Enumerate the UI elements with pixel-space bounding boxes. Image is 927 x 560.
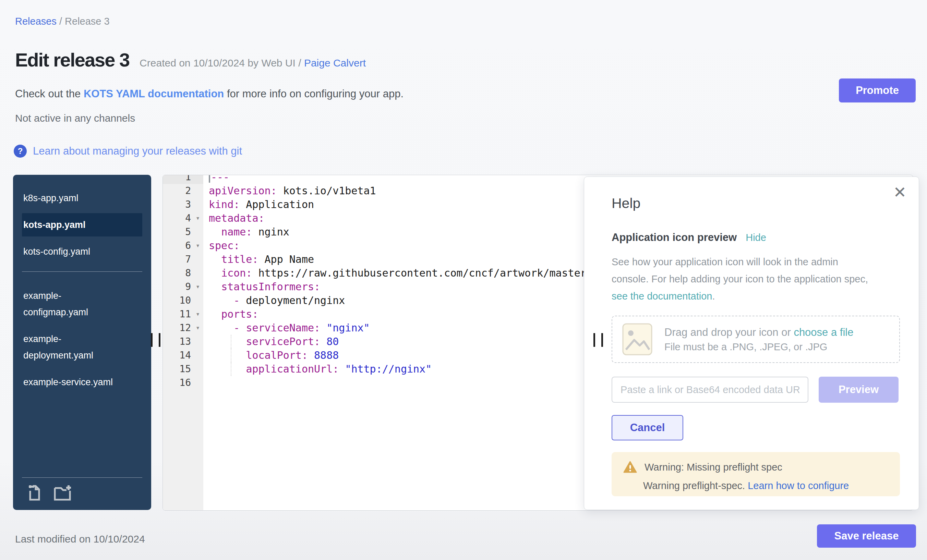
doc-line: Check out the KOTS YAML documentation fo…	[15, 88, 404, 100]
file-tab-label: example-deployment.yaml	[23, 331, 117, 364]
title-row: Edit release 3 Created on 10/10/2024 by …	[15, 49, 366, 71]
fold-spacer	[192, 253, 203, 266]
fold-spacer	[192, 266, 203, 280]
hide-link[interactable]: Hide	[746, 232, 766, 243]
close-icon[interactable]: ✕	[893, 184, 906, 200]
icon-dropzone[interactable]: Drag and drop your icon or choose a file…	[612, 316, 900, 363]
choose-file-link[interactable]: choose a file	[794, 326, 853, 338]
fold-spacer	[192, 225, 203, 239]
icon-url-row: Preview	[612, 376, 900, 403]
fold-arrow-icon[interactable]: ▾	[192, 307, 203, 321]
file-tab-label: example-configmap.yaml	[23, 288, 117, 320]
breadcrumb-separator: /	[59, 16, 65, 27]
fold-arrow-icon[interactable]: ▾	[192, 280, 203, 294]
channel-status: Not active in any channels	[15, 112, 135, 124]
fold-spacer	[192, 376, 203, 390]
line-number: 8	[163, 266, 192, 280]
line-number: 1	[163, 175, 192, 184]
warning-title: Warning: Missing preflight spec	[644, 461, 782, 473]
file-group-divider	[22, 272, 142, 272]
file-tab-example-service.yaml[interactable]: example-service.yaml	[22, 370, 142, 394]
line-number: 5	[163, 225, 192, 239]
file-tab-label: k8s-app.yaml	[23, 190, 117, 206]
cancel-button[interactable]: Cancel	[612, 415, 683, 440]
panel-resize-handle-left[interactable]	[151, 333, 160, 347]
line-number: 4	[163, 211, 192, 225]
icon-url-input[interactable]	[612, 376, 808, 403]
line-number: 14	[163, 349, 192, 362]
warning-icon	[623, 461, 637, 473]
new-file-icon[interactable]	[27, 485, 43, 502]
fold-spacer	[192, 294, 203, 307]
dropzone-text: Drag and drop your icon or choose a file…	[664, 326, 853, 353]
fold-arrow-icon[interactable]: ▾	[192, 211, 203, 225]
file-list: k8s-app.yamlkots-app.yamlkots-config.yam…	[13, 187, 151, 394]
fold-spacer	[192, 349, 203, 362]
git-help-link[interactable]: Learn about managing your releases with …	[33, 145, 242, 157]
line-number: 13	[163, 335, 192, 349]
file-tab-example-deployment.yaml[interactable]: example-deployment.yaml	[22, 327, 142, 367]
file-sidebar: k8s-app.yamlkots-app.yamlkots-config.yam…	[13, 175, 151, 510]
created-by-link[interactable]: Paige Calvert	[304, 57, 366, 68]
git-help-row: ? Learn about managing your releases wit…	[14, 145, 242, 158]
text-cursor	[209, 175, 210, 183]
line-number: 2	[163, 184, 192, 198]
line-number: 3	[163, 198, 192, 211]
breadcrumb-current: Release 3	[65, 16, 110, 27]
fold-spacer	[192, 362, 203, 376]
section-title: Application icon preview	[612, 231, 737, 244]
icon-preview-section: Application icon preview Hide	[612, 231, 900, 244]
page-title: Edit release 3	[15, 49, 129, 71]
panel-resize-handle-right[interactable]	[593, 333, 603, 347]
help-title: Help	[612, 195, 900, 211]
file-tab-kots-app.yaml[interactable]: kots-app.yaml	[22, 213, 142, 237]
line-number: 9	[163, 280, 192, 294]
file-tab-label: example-service.yaml	[23, 374, 117, 390]
line-number: 15	[163, 362, 192, 376]
see-documentation-link[interactable]: see the documentation	[612, 291, 712, 302]
fold-spacer	[192, 198, 203, 211]
image-placeholder-icon	[622, 323, 653, 356]
line-number: 12	[163, 321, 192, 335]
line-number: 6	[163, 239, 192, 253]
fold-arrow-icon[interactable]: ▾	[192, 321, 203, 335]
question-icon: ?	[14, 145, 27, 158]
created-line: Created on 10/10/2024 by Web UI / Paige …	[140, 57, 366, 69]
file-tab-label: kots-app.yaml	[23, 217, 117, 233]
sidebar-footer	[22, 477, 142, 505]
preflight-warning-box: Warning: Missing preflight spec Warning …	[612, 452, 900, 496]
line-number: 10	[163, 294, 192, 307]
last-modified: Last modified on 10/10/2024	[15, 533, 145, 545]
line-number: 7	[163, 253, 192, 266]
upload-file-icon[interactable]	[53, 485, 73, 502]
warning-configure-link[interactable]: Learn how to configure	[748, 480, 849, 491]
file-tab-kots-config.yaml[interactable]: kots-config.yaml	[22, 240, 142, 263]
fold-spacer	[192, 335, 203, 349]
help-panel: ✕ Help Application icon preview Hide See…	[584, 176, 919, 510]
dropzone-hint: File must be a .PNG, .JPEG, or .JPG	[664, 341, 853, 353]
breadcrumb-releases-link[interactable]: Releases	[15, 16, 56, 27]
line-number: 16	[163, 376, 192, 390]
file-tab-example-configmap.yaml[interactable]: example-configmap.yaml	[22, 284, 142, 324]
warning-body: Warning preflight-spec. Learn how to con…	[643, 480, 888, 492]
promote-button[interactable]: Promote	[839, 79, 916, 102]
fold-arrow-icon[interactable]: ▾	[192, 239, 203, 253]
kots-yaml-doc-link[interactable]: KOTS YAML documentation	[84, 88, 224, 100]
preview-button[interactable]: Preview	[819, 376, 898, 403]
line-number: 11	[163, 307, 192, 321]
breadcrumb: Releases / Release 3	[15, 16, 110, 27]
fold-spacer	[192, 175, 203, 184]
help-description: See how your application icon will look …	[612, 253, 900, 305]
save-release-button[interactable]: Save release	[817, 524, 916, 548]
file-tab-k8s-app.yaml[interactable]: k8s-app.yaml	[22, 187, 142, 210]
file-tab-label: kots-config.yaml	[23, 243, 117, 260]
fold-spacer	[192, 184, 203, 198]
